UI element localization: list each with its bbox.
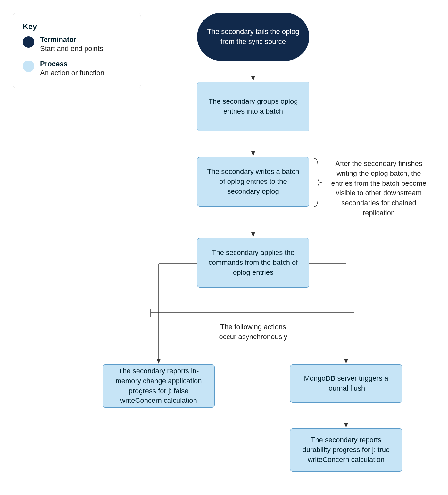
annotation-line1: The following actions [197,322,309,332]
legend-title: Key [23,22,131,31]
legend-desc: Start and end points [40,45,103,53]
terminator-icon [23,36,34,48]
brace-annotation [314,158,322,207]
node-process-write-oplog: The secondary writes a batch of oplog en… [197,157,309,207]
node-text: The secondary tails the oplog from the s… [207,27,300,47]
process-icon [23,61,34,72]
node-text: The secondary reports in-memory change a… [111,366,207,406]
annotation-line2: occur asynchronously [197,332,309,342]
node-text: The secondary reports durability progres… [298,435,394,465]
annotation-async: The following actions occur asynchronous… [197,322,309,342]
node-text: MongoDB server triggers a journal flush [298,374,394,394]
node-text: The secondary writes a batch of oplog en… [205,167,301,196]
legend-desc: An action or function [40,69,104,77]
node-process-report-jfalse: The secondary reports in-memory change a… [103,364,215,408]
node-text: The secondary applies the commands from … [205,248,301,277]
legend-row-process: Process An action or function [23,60,131,77]
node-text: The secondary groups oplog entries into … [205,97,301,117]
node-process-journal-flush: MongoDB server triggers a journal flush [290,364,402,403]
legend-panel: Key Terminator Start and end points Proc… [13,13,141,88]
annotation-chained-replication: After the secondary finishes writing the… [328,159,430,218]
annotation-text: After the secondary finishes writing the… [331,159,426,217]
node-process-group-batch: The secondary groups oplog entries into … [197,82,309,131]
node-process-apply-commands: The secondary applies the commands from … [197,238,309,288]
legend-row-terminator: Terminator Start and end points [23,36,131,53]
node-process-report-jtrue: The secondary reports durability progres… [290,428,402,472]
legend-label: Process [40,60,104,68]
node-terminator-start: The secondary tails the oplog from the s… [197,13,309,61]
legend-label: Terminator [40,36,103,44]
